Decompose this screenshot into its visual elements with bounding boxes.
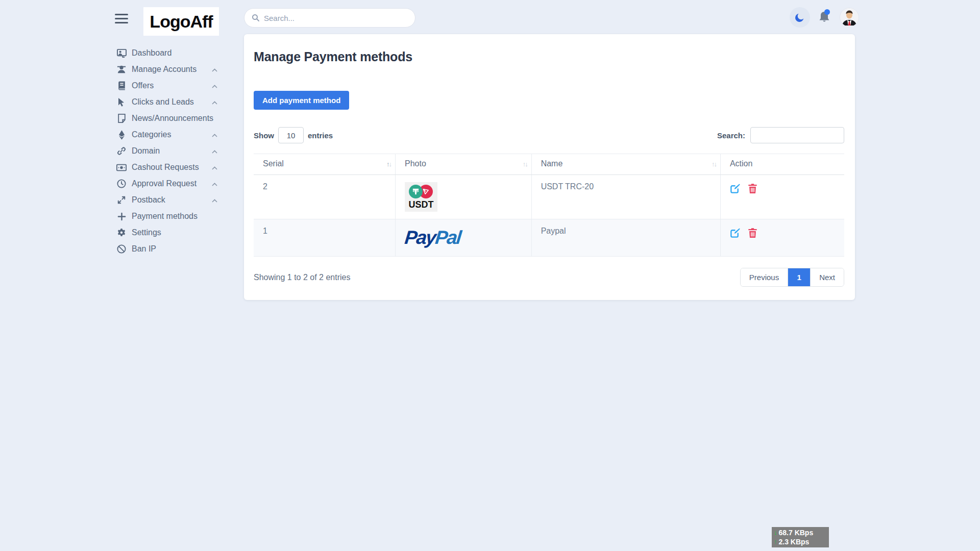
pagination-next-button[interactable]: Next [811,268,844,286]
chevron-up-icon [211,99,218,108]
user-icon [116,64,127,74]
sidebar-item-manage-accounts[interactable]: Manage Accounts [0,61,231,78]
sidebar-item-domain[interactable]: Domain [0,143,231,159]
dashboard-icon [116,48,127,58]
sidebar-item-approval-request[interactable]: Approval Request [0,176,231,192]
cell-action [720,175,844,219]
download-speed: 68.7 KBps [779,528,814,537]
sidebar: Dashboard Manage Accounts Offers Clicks … [0,45,231,257]
cell-action [720,219,844,257]
app-logo-text: LogoAff [150,12,212,32]
cell-serial: 2 [254,175,395,219]
sidebar-item-settings[interactable]: Settings [0,224,231,241]
sidebar-item-label: Offers [132,81,154,90]
sidebar-item-label: Approval Request [132,179,197,188]
cell-photo: PayPal [395,219,531,257]
showing-entries-text: Showing 1 to 2 of 2 entries [254,273,350,282]
pagination: Previous 1 Next [740,268,844,287]
add-payment-method-button[interactable]: Add payment method [254,91,349,110]
table-search-label: Search: [717,131,745,140]
download-arrow-icon: ↓ [774,528,777,537]
sort-icon[interactable]: ↑↓ [386,160,391,168]
upload-arrow-icon: ↑ [774,537,777,546]
clock-icon [116,179,127,189]
money-bill-icon [116,162,127,172]
column-header-serial[interactable]: Serial ↑↓ [254,154,395,175]
chevron-up-icon [211,83,218,92]
sidebar-item-label: News/Announcements [132,114,213,123]
search-icon [252,14,260,22]
edit-icon[interactable] [730,228,741,238]
entries-label: entries [308,131,333,140]
usdt-trc20-logo: USDT [405,182,437,212]
pagination-previous-button[interactable]: Previous [741,268,788,286]
sidebar-item-label: Ban IP [132,244,156,254]
ban-icon [116,244,127,254]
column-header-name[interactable]: Name ↑↓ [531,154,720,175]
mouse-pointer-icon [116,97,127,107]
link-icon [116,146,127,156]
chevron-up-icon [211,164,218,173]
payment-methods-table: Serial ↑↓ Photo ↑↓ Name ↑↓ Action 2 [254,154,844,257]
sidebar-item-cashout-requests[interactable]: Cashout Requests [0,159,231,176]
hamburger-menu-icon[interactable] [115,14,128,23]
delete-icon[interactable] [748,228,757,238]
table-search-input[interactable] [750,127,844,143]
cell-name: USDT TRC-20 [531,175,720,219]
chevron-up-icon [211,181,218,190]
topbar: LogoAff [0,0,980,37]
ethereum-icon [116,130,127,140]
table-row: 2 USDT USDT TRC-20 [254,175,844,219]
entries-count-select[interactable] [278,127,304,143]
sidebar-item-label: Domain [132,146,160,156]
sidebar-item-label: Clicks and Leads [132,97,194,107]
moon-icon [794,12,805,23]
global-search-input[interactable] [264,14,408,22]
chevron-up-icon [211,197,218,206]
app-logo[interactable]: LogoAff [143,7,219,36]
sidebar-item-label: Payment methods [132,212,198,221]
sidebar-item-news-announcements[interactable]: News/Announcements [0,110,231,127]
notifications-button[interactable] [817,9,832,26]
chevron-up-icon [211,148,218,157]
column-header-photo[interactable]: Photo ↑↓ [395,154,531,175]
avatar-image [840,8,859,27]
book-icon [116,81,127,91]
usdt-photo-caption: USDT [406,199,436,210]
note-icon [116,113,127,123]
sidebar-item-label: Cashout Requests [132,163,199,172]
paypal-logo: PayPal [404,227,525,249]
sidebar-item-clicks-and-leads[interactable]: Clicks and Leads [0,94,231,110]
plus-icon [116,211,127,221]
sidebar-item-label: Dashboard [132,48,172,58]
cell-serial: 1 [254,219,395,257]
sort-icon[interactable]: ↑↓ [523,160,527,168]
network-speed-widget: ↓ 68.7 KBps ↑ 2.3 KBps [772,527,829,547]
sidebar-item-dashboard[interactable]: Dashboard [0,45,231,61]
sidebar-item-ban-ip[interactable]: Ban IP [0,241,231,257]
show-label: Show [254,131,274,140]
dark-mode-toggle[interactable] [790,7,810,28]
expand-arrows-icon [116,195,127,205]
delete-icon[interactable] [748,183,757,194]
user-avatar[interactable] [840,8,859,27]
column-header-action: Action [720,154,844,175]
sidebar-item-postback[interactable]: Postback [0,192,231,208]
sidebar-item-label: Settings [132,228,161,237]
cell-photo: USDT [395,175,531,219]
pagination-page-1-button[interactable]: 1 [788,268,811,286]
gear-icon [116,228,127,238]
edit-icon[interactable] [730,183,741,194]
sidebar-item-categories[interactable]: Categories [0,127,231,143]
sidebar-item-payment-methods[interactable]: Payment methods [0,208,231,224]
table-row: 1 PayPal Paypal [254,219,844,257]
sidebar-item-offers[interactable]: Offers [0,78,231,94]
bell-icon [817,9,831,25]
upload-speed: 2.3 KBps [779,537,810,546]
sidebar-item-label: Categories [132,130,171,139]
page-title: Manage Payment methods [254,49,844,64]
sidebar-item-label: Manage Accounts [132,65,197,74]
sidebar-item-label: Postback [132,195,165,205]
sort-icon[interactable]: ↑↓ [712,160,716,168]
chevron-up-icon [211,66,218,76]
